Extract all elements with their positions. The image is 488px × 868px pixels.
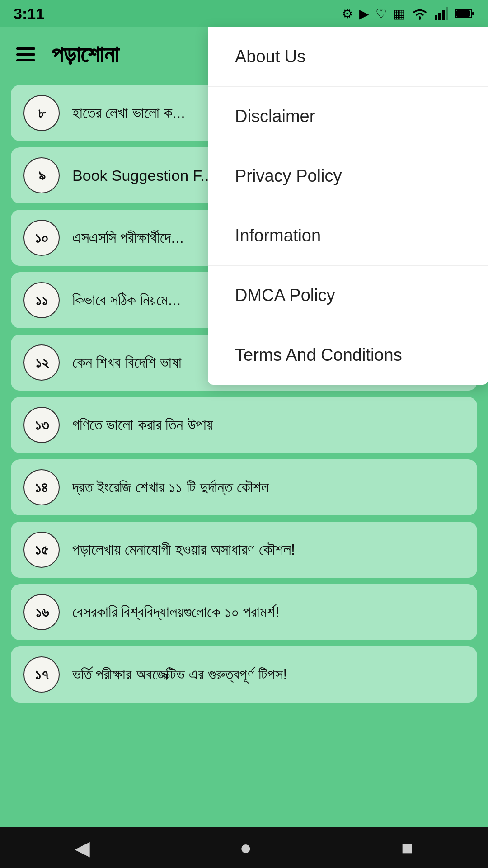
list-item-text: কেন শিখব বিদেশি ভাষা (72, 354, 182, 372)
menu-item-dmca-policy[interactable]: DMCA Policy (208, 266, 488, 326)
sim-icon: ▦ (393, 6, 405, 21)
status-icons: ⚙ ▶ ♡ ▦ (342, 6, 474, 21)
heart-icon: ♡ (375, 6, 387, 21)
menu-item-privacy-policy[interactable]: Privacy Policy (208, 146, 488, 206)
svg-rect-2 (442, 10, 445, 20)
play-protect-icon: ▶ (359, 6, 369, 21)
list-item-text: পড়ালেখায় মেনাযোগী হওয়ার অসাধারণ কৌশল! (72, 541, 295, 559)
list-item-badge: ১৭ (23, 656, 60, 693)
list-item-badge: ১৪ (23, 469, 60, 505)
list-item-badge: ৯ (23, 157, 60, 193)
svg-rect-5 (472, 12, 474, 15)
list-item-text: হাতের লেখা ভালো ক... (72, 104, 185, 122)
svg-rect-1 (438, 13, 441, 20)
battery-icon (455, 8, 474, 19)
status-time: 3:11 (14, 5, 44, 23)
status-bar: 3:11 ⚙ ▶ ♡ ▦ (0, 0, 488, 27)
home-button[interactable]: ● (239, 836, 252, 859)
signal-icon (435, 7, 449, 20)
list-item[interactable]: ১৫পড়ালেখায় মেনাযোগী হওয়ার অসাধারণ কৌশ… (11, 522, 477, 578)
menu-item-information[interactable]: Information (208, 206, 488, 266)
list-item-text: দ্রত ইংরেজি শেখার ১১ টি দুর্দান্ত কৌশল (72, 478, 269, 496)
list-item-badge: ১৫ (23, 532, 60, 568)
back-button[interactable]: ◀ (75, 836, 90, 859)
app-title: পড়াশোনা (52, 41, 119, 68)
list-item[interactable]: ১৬বেসরকারি বিশ্ববিদ্যালয়গুলোকে ১০ পরামর… (11, 584, 477, 640)
wifi-icon (411, 7, 428, 20)
list-item-text: এসএসসি পরীক্ষার্থীদে... (72, 229, 184, 247)
list-item[interactable]: ১৭ভর্তি পরীক্ষার অবজেক্টিভ এর গুরুত্বপূর… (11, 646, 477, 703)
list-item-text: গণিতে ভালো করার তিন উপায় (72, 416, 213, 434)
list-item-text: বেসরকারি বিশ্ববিদ্যালয়গুলোকে ১০ পরামর্শ… (72, 603, 280, 621)
svg-rect-0 (435, 15, 437, 20)
list-item[interactable]: ১৩গণিতে ভালো করার তিন উপায় (11, 397, 477, 453)
menu-item-about-us[interactable]: About Us (208, 27, 488, 87)
list-item-badge: ১০ (23, 220, 60, 256)
settings-icon: ⚙ (342, 6, 353, 21)
svg-rect-3 (446, 7, 448, 20)
list-item-badge: ১৩ (23, 407, 60, 443)
svg-rect-6 (456, 10, 470, 17)
list-item[interactable]: ১৪দ্রত ইংরেজি শেখার ১১ টি দুর্দান্ত কৌশল (11, 459, 477, 515)
list-item-badge: ১২ (23, 344, 60, 381)
list-item-badge: ১১ (23, 282, 60, 318)
menu-item-disclaimer[interactable]: Disclaimer (208, 87, 488, 146)
list-item-text: ভর্তি পরীক্ষার অবজেক্টিভ এর গুরুত্বপূর্ণ… (72, 665, 287, 684)
list-item-text: Book Suggestion F... (72, 167, 213, 184)
bottom-nav: ◀ ● ■ (0, 827, 488, 868)
hamburger-menu-button[interactable] (16, 47, 35, 61)
list-item-badge: ১৬ (23, 594, 60, 630)
dropdown-menu: About Us Disclaimer Privacy Policy Infor… (208, 27, 488, 385)
list-item-text: কিভাবে সঠিক নিয়মে... (72, 291, 181, 309)
list-item-badge: ৮ (23, 95, 60, 131)
recent-button[interactable]: ■ (401, 836, 413, 859)
menu-item-terms-and-conditions[interactable]: Terms And Conditions (208, 326, 488, 385)
